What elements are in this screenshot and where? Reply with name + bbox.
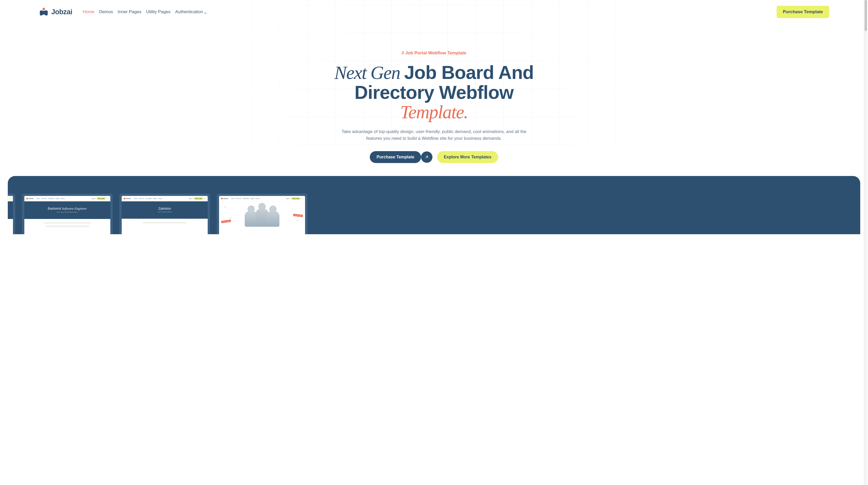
logo-icon [39,7,49,17]
arrow-up-right-icon[interactable] [421,152,432,163]
preview-card-backend-engineer[interactable]: Jobzai Home About Us Companies Pages Pri… [22,194,113,234]
hero-title-emph1: Next Gen [334,62,404,83]
scrollbar[interactable] [864,0,867,485]
primary-cta-group: Purchase Template [370,151,432,163]
brand-logo[interactable]: Jobzai [39,7,72,17]
nav-inner-pages[interactable]: Inner Pages [118,9,142,14]
preview-card-people[interactable]: Jobzai Home About Us Companies Pages Pri… [217,194,307,234]
site-header: Jobzai Home Demos Inner Pages Utility Pa… [0,0,868,18]
hero-cta-row: Purchase Template Explore More Templates [320,151,548,163]
explore-more-templates-button[interactable]: Explore More Templates [437,151,498,163]
nav-authentication[interactable]: Authentication [175,9,207,14]
hero: // Job Portal Webflow Template Next Gen … [315,18,553,176]
nav-demos[interactable]: Demos [99,9,113,14]
purchase-template-button[interactable]: Purchase Template [777,6,829,18]
hero-subtitle: Take advantage of top-quality design, us… [341,128,527,142]
chevron-down-icon [204,11,207,13]
template-preview-strip: Jobzai Home About Us Companies Pages Pri… [8,176,860,234]
brand-name: Jobzai [51,8,72,16]
nav-home[interactable]: Home [83,9,94,14]
hero-title-emph2: Template. [400,102,468,122]
preview-card-dream-vacancies[interactable]: Jobzai Home About Us Companies Pages Pri… [8,194,15,234]
purchase-template-hero-button[interactable]: Purchase Template [370,151,421,163]
preview-card-zailotion[interactable]: Jobzai Home About Us Companies Pages Pri… [119,194,210,234]
nav-authentication-label: Authentication [175,9,203,14]
preview-caption: Find The Favorite Job From [8,219,13,227]
preview-row: Jobzai Home About Us Companies Pages Pri… [8,194,860,234]
main-nav: Home Demos Inner Pages Utility Pages Aut… [83,9,207,14]
people-illustration [221,206,304,229]
svg-point-0 [42,8,45,10]
hero-eyebrow: // Job Portal Webflow Template [320,51,548,56]
hero-title: Next Gen Job Board And Directory Webflow… [320,63,548,122]
nav-utility-pages[interactable]: Utility Pages [146,9,170,14]
